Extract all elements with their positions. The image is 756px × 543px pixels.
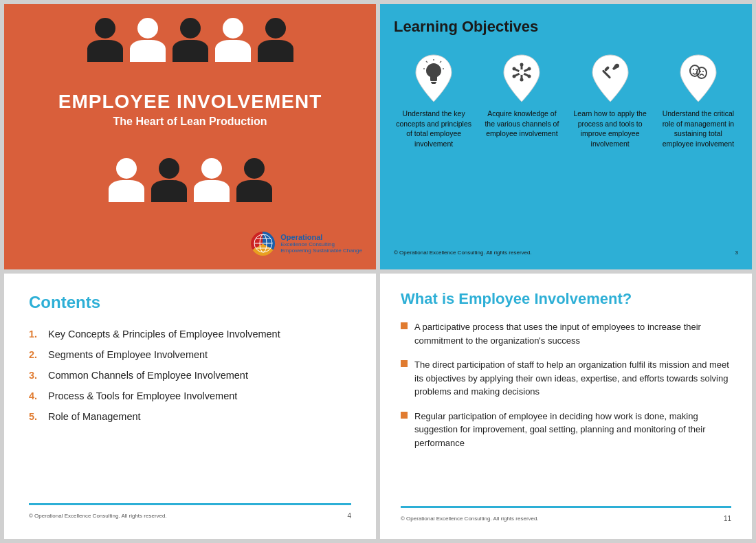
objective-1: Understand the key concepts and principl… <box>394 54 474 149</box>
slide-3: Contents 1. Key Concepts & Principles of… <box>4 274 376 539</box>
slide-4-copyright: © Operational Excellence Consulting. All… <box>401 516 539 522</box>
subtitle: The Heart of Lean Production <box>58 115 322 128</box>
svg-point-30 <box>696 69 697 70</box>
slide-3-footer: © Operational Excellence Consulting. All… <box>29 503 351 520</box>
list-item-4: 4. Process & Tools for Employee Involvem… <box>29 390 351 401</box>
objective-3-text: Learn how to apply the process and tools… <box>570 109 650 149</box>
bullet-item-1: A participative process that uses the in… <box>401 320 731 347</box>
person-icon <box>173 18 208 62</box>
list-text-5: Role of Management <box>48 411 141 422</box>
puzzle-pin-icon <box>500 54 543 103</box>
list-text-2: Segments of Employee Involvement <box>48 349 208 360</box>
svg-point-32 <box>700 71 701 72</box>
svg-point-17 <box>520 63 524 67</box>
logo-main: Operational <box>280 233 362 241</box>
logo-sub: Excellence Consulting <box>280 241 362 247</box>
bullet-item-3: Regular participation of employee in dec… <box>401 410 731 450</box>
list-number-3: 3. <box>29 370 41 381</box>
person-icon <box>194 158 230 202</box>
objective-4-text: Understand the critical role of manageme… <box>658 109 738 149</box>
slide-1-title-block: EMPLOYEE INVOLVEMENT The Heart of Lean P… <box>58 91 322 128</box>
bullet-icon-3 <box>401 412 408 419</box>
logo: Operational Excellence Consulting Empowe… <box>251 232 362 256</box>
bullet-text-3: Regular participation of employee in dec… <box>414 410 731 450</box>
list-number-2: 2. <box>29 349 41 360</box>
bottom-people-row <box>18 158 362 202</box>
slide-3-copyright: © Operational Excellence Consulting. All… <box>29 513 167 519</box>
slide-1: EMPLOYEE INVOLVEMENT The Heart of Lean P… <box>4 4 376 269</box>
bullet-text-1: A participative process that uses the in… <box>414 320 731 347</box>
slide-2-copyright: © Operational Excellence Consulting. All… <box>394 250 532 256</box>
person-icon <box>215 18 251 62</box>
slide-2: Learning Objectives Understand the key c… <box>380 4 752 269</box>
objective-2: Acquire knowledge of the various channel… <box>482 54 562 139</box>
slide-4-title: What is Employee Involvement? <box>401 290 731 308</box>
list-item-1: 1. Key Concepts & Principles of Employee… <box>29 329 351 340</box>
list-number-4: 4. <box>29 390 41 401</box>
slide-2-footer: © Operational Excellence Consulting. All… <box>394 250 738 256</box>
objectives-row: Understand the key concepts and principl… <box>394 47 738 244</box>
svg-point-23 <box>519 69 524 75</box>
objective-1-text: Understand the key concepts and principl… <box>394 109 474 149</box>
svg-point-21 <box>528 67 531 71</box>
slide-2-title: Learning Objectives <box>394 18 738 36</box>
objective-4: Understand the critical role of manageme… <box>658 54 738 149</box>
svg-point-20 <box>528 75 531 78</box>
lightbulb-pin-icon <box>412 54 455 103</box>
logo-text: Operational Excellence Consulting Empowe… <box>280 233 362 254</box>
slide-3-page: 4 <box>347 512 351 520</box>
logo-globe-icon <box>251 232 275 256</box>
list-number-5: 5. <box>29 411 41 422</box>
svg-point-29 <box>693 69 694 70</box>
bullet-list: A participative process that uses the in… <box>401 320 731 506</box>
svg-point-19 <box>513 67 516 71</box>
slide-4: What is Employee Involvement? A particip… <box>380 274 752 539</box>
list-item-2: 2. Segments of Employee Involvement <box>29 349 351 360</box>
wrench-pin-icon <box>589 54 632 103</box>
list-text-4: Process & Tools for Employee Involvement <box>48 390 237 401</box>
slide-3-title: Contents <box>29 293 351 312</box>
person-icon <box>130 18 166 62</box>
bullet-icon-2 <box>401 360 408 367</box>
top-people-row <box>18 18 362 62</box>
slide-2-page: 3 <box>735 250 738 256</box>
masks-pin-icon <box>677 54 720 103</box>
person-icon <box>236 158 272 202</box>
person-icon <box>109 158 144 202</box>
objective-3: Learn how to apply the process and tools… <box>570 54 650 149</box>
bullet-text-2: The direct participation of staff to hel… <box>414 358 731 399</box>
svg-point-22 <box>513 75 516 78</box>
svg-point-18 <box>520 78 524 82</box>
slide-4-page: 11 <box>724 515 731 522</box>
svg-point-33 <box>702 71 704 72</box>
list-item-3: 3. Common Channels of Employee Involveme… <box>29 370 351 381</box>
objective-2-text: Acquire knowledge of the various channel… <box>482 109 562 139</box>
svg-rect-6 <box>430 80 437 81</box>
contents-list: 1. Key Concepts & Principles of Employee… <box>29 329 351 422</box>
bullet-item-2: The direct participation of staff to hel… <box>401 358 731 399</box>
person-icon <box>151 158 187 202</box>
main-title: EMPLOYEE INVOLVEMENT <box>58 91 322 113</box>
logo-tagline: Empowering Sustainable Change <box>280 247 362 254</box>
person-icon <box>87 18 123 62</box>
bullet-icon-1 <box>401 322 408 329</box>
list-text-3: Common Channels of Employee Involvement <box>48 370 248 381</box>
person-icon <box>258 18 293 62</box>
list-text-1: Key Concepts & Principles of Employee In… <box>48 329 280 340</box>
list-number-1: 1. <box>29 329 41 340</box>
list-item-5: 5. Role of Management <box>29 411 351 422</box>
slide-4-footer: © Operational Excellence Consulting. All… <box>401 506 731 522</box>
